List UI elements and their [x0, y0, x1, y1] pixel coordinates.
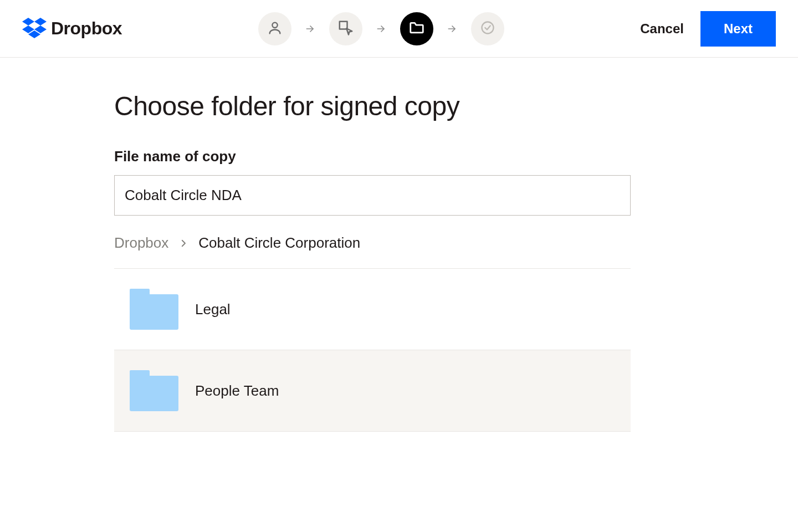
breadcrumb-root[interactable]: Dropbox — [114, 234, 168, 252]
next-button[interactable]: Next — [700, 11, 776, 47]
person-icon — [267, 20, 283, 38]
step-sign[interactable] — [329, 12, 362, 45]
main-content: Choose folder for signed copy File name … — [114, 58, 631, 432]
svg-marker-1 — [34, 18, 47, 25]
filename-label: File name of copy — [114, 148, 631, 165]
folder-name: People Team — [195, 382, 279, 400]
cancel-button[interactable]: Cancel — [640, 21, 684, 37]
brand-logo[interactable]: Dropbox — [22, 18, 122, 40]
folder-list: Legal People Team — [114, 269, 631, 432]
check-circle-icon — [480, 20, 495, 38]
app-header: Dropbox — [0, 0, 798, 58]
arrow-right-icon — [447, 23, 458, 34]
chevron-right-icon — [178, 238, 188, 248]
filename-input[interactable] — [114, 175, 631, 216]
wizard-steps — [258, 12, 504, 45]
arrow-right-icon — [305, 23, 316, 34]
step-folder[interactable] — [400, 12, 433, 45]
step-recipients[interactable] — [258, 12, 291, 45]
svg-point-5 — [272, 22, 277, 27]
folder-row[interactable]: Legal — [114, 269, 631, 350]
header-actions: Cancel Next — [640, 11, 776, 47]
dropbox-icon — [22, 18, 47, 40]
folder-row[interactable]: People Team — [114, 350, 631, 432]
brand-name: Dropbox — [51, 18, 122, 39]
folder-icon — [408, 19, 425, 38]
arrow-right-icon — [376, 23, 387, 34]
step-review[interactable] — [471, 12, 504, 45]
svg-point-11 — [482, 22, 493, 33]
folder-icon — [130, 289, 178, 330]
page-title: Choose folder for signed copy — [114, 91, 631, 121]
svg-marker-0 — [22, 18, 34, 25]
folder-name: Legal — [195, 301, 231, 318]
breadcrumb-current: Cobalt Circle Corporation — [198, 234, 360, 252]
sign-cursor-icon — [337, 19, 354, 38]
svg-marker-8 — [346, 28, 352, 34]
breadcrumb: Dropbox Cobalt Circle Corporation — [114, 234, 631, 269]
folder-icon — [130, 370, 178, 411]
